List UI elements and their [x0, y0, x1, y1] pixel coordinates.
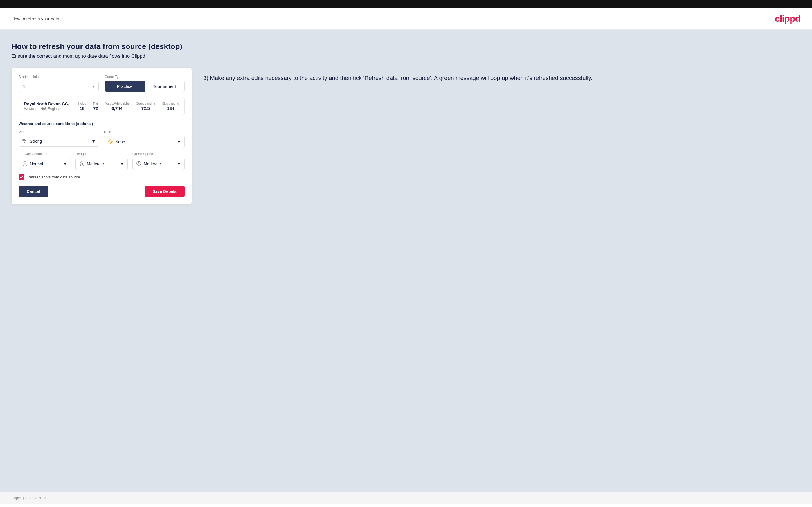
game-type-toggle: Practice Tournament	[104, 80, 185, 92]
rough-icon	[79, 161, 85, 167]
header-title: How to refresh your data	[12, 16, 59, 21]
stat-slope-rating-value: 134	[162, 106, 179, 111]
rough-value: Moderate	[87, 162, 104, 166]
footer-copyright: Copyright Clippd 2022	[12, 496, 46, 500]
starting-hole-wrapper[interactable]: 1 ▼	[18, 80, 99, 92]
wind-value: Strong	[30, 139, 42, 144]
cancel-button[interactable]: Cancel	[18, 186, 48, 197]
refresh-checkbox-label: Refresh shots from data source	[27, 175, 80, 179]
stat-yards-value: 6,744	[105, 106, 129, 111]
header: How to refresh your data clippd	[0, 8, 812, 30]
course-name-block: Royal North Devon GC, Westward Ho!, Engl…	[24, 102, 69, 111]
description-text: 3) Make any extra edits necessary to the…	[203, 74, 800, 82]
stat-course-rating-label: Course rating	[136, 102, 155, 105]
practice-button[interactable]: Practice	[105, 81, 145, 92]
top-bar	[0, 0, 812, 8]
green-speed-value: Moderate	[144, 162, 161, 166]
starting-hole-group: Starting Hole 1 ▼	[18, 75, 99, 92]
form-card: Starting Hole 1 ▼ Game Type Practice Tou…	[12, 68, 192, 204]
wind-icon	[22, 138, 28, 144]
rough-label: Rough	[75, 152, 128, 156]
btn-row: Cancel Save Details	[18, 186, 185, 197]
fairway-label: Fairway Conditions	[18, 152, 71, 156]
stat-par-label: Par	[93, 102, 98, 105]
fairway-dropdown[interactable]: Normal ▼	[18, 158, 71, 170]
main-content: How to refresh your data from source (de…	[0, 31, 812, 492]
wind-value-with-icon: Strong	[22, 138, 42, 144]
save-details-button[interactable]: Save Details	[145, 186, 185, 197]
two-col-layout: Starting Hole 1 ▼ Game Type Practice Tou…	[12, 68, 800, 204]
stat-holes-label: Holes	[78, 102, 86, 105]
weather-section-label: Weather and course conditions (optional)	[18, 121, 185, 126]
green-speed-dropdown-arrow-icon: ▼	[177, 162, 181, 166]
wind-group: Wind Strong ▼	[18, 130, 99, 148]
fairway-icon	[22, 161, 28, 167]
course-name: Royal North Devon GC,	[24, 102, 69, 106]
wind-dropdown[interactable]: Strong ▼	[18, 136, 99, 147]
green-speed-icon	[136, 161, 141, 167]
rough-value-with-icon: Moderate	[79, 161, 104, 167]
rain-dropdown-arrow-icon: ▼	[177, 139, 181, 144]
green-speed-label: Green Speed	[133, 152, 185, 156]
stat-slope-rating: Slope rating 134	[162, 102, 179, 111]
wind-dropdown-arrow-icon: ▼	[92, 139, 96, 144]
rain-value: None	[115, 139, 125, 144]
conditions-row: Fairway Conditions Normal ▼	[18, 152, 185, 170]
rain-value-with-icon: None	[108, 138, 125, 145]
stat-yards-label: Yards/White (M))	[105, 102, 129, 105]
course-location: Westward Ho!, England	[24, 107, 69, 111]
rough-group: Rough Moderate ▼	[75, 152, 128, 170]
logo: clippd	[775, 13, 800, 24]
green-speed-value-with-icon: Moderate	[136, 161, 161, 167]
rain-label: Rain	[104, 130, 185, 134]
starting-hole-label: Starting Hole	[18, 75, 99, 79]
fairway-group: Fairway Conditions Normal ▼	[18, 152, 71, 170]
wind-rain-row: Wind Strong ▼ R	[18, 130, 185, 148]
refresh-checkbox[interactable]	[18, 174, 24, 180]
starting-hole-select[interactable]: 1	[18, 80, 99, 92]
description-column: 3) Make any extra edits necessary to the…	[203, 68, 800, 82]
rough-dropdown-arrow-icon: ▼	[120, 162, 124, 166]
stat-holes-value: 18	[78, 106, 86, 111]
rough-dropdown[interactable]: Moderate ▼	[75, 158, 128, 170]
green-speed-dropdown[interactable]: Moderate ▼	[133, 158, 185, 170]
fairway-dropdown-arrow-icon: ▼	[63, 162, 67, 166]
stat-yards: Yards/White (M)) 6,744	[105, 102, 129, 111]
svg-point-2	[81, 162, 83, 164]
stat-par-value: 72	[93, 106, 98, 111]
rain-icon	[108, 138, 113, 145]
course-info: Royal North Devon GC, Westward Ho!, Engl…	[18, 97, 185, 115]
rain-dropdown[interactable]: None ▼	[104, 136, 185, 148]
fairway-value: Normal	[30, 162, 43, 166]
stat-holes: Holes 18	[78, 102, 86, 111]
game-type-group: Game Type Practice Tournament	[104, 75, 185, 92]
game-type-label: Game Type	[104, 75, 185, 79]
svg-point-1	[24, 162, 26, 164]
fairway-value-with-icon: Normal	[22, 161, 43, 167]
page-heading: How to refresh your data from source (de…	[12, 42, 800, 51]
page-subheading: Ensure the correct and most up to date d…	[12, 53, 800, 59]
refresh-checkbox-row: Refresh shots from data source	[18, 174, 185, 180]
green-speed-group: Green Speed Moderate ▼	[133, 152, 185, 170]
rain-group: Rain None ▼	[104, 130, 185, 148]
wind-label: Wind	[18, 130, 99, 134]
form-row-top: Starting Hole 1 ▼ Game Type Practice Tou…	[18, 75, 185, 92]
tournament-button[interactable]: Tournament	[145, 81, 184, 92]
svg-point-0	[109, 140, 111, 143]
stat-course-rating: Course rating 72.5	[136, 102, 155, 111]
stat-slope-rating-label: Slope rating	[162, 102, 179, 105]
stat-par: Par 72	[93, 102, 98, 111]
course-stats: Holes 18 Par 72 Yards/White (M)) 6,744 C…	[78, 102, 179, 111]
stat-course-rating-value: 72.5	[136, 106, 155, 111]
footer: Copyright Clippd 2022	[0, 492, 812, 504]
